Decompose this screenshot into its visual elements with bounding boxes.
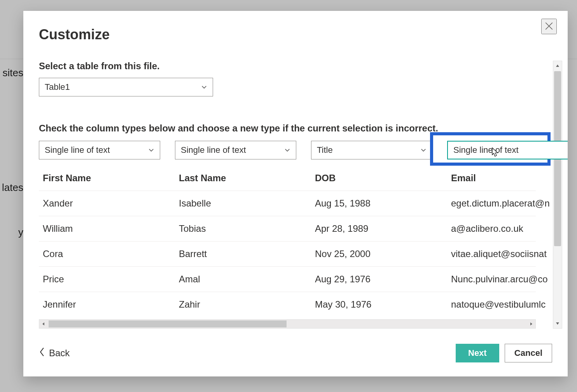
cell-dob: Nov 25, 2000: [311, 242, 432, 266]
column-type-value: Single line of text: [453, 145, 519, 155]
cell-last-name: Tobias: [175, 216, 296, 241]
table-row[interactable]: Jennifer Zahir May 30, 1976 natoque@vest…: [39, 292, 536, 317]
svg-marker-2: [556, 65, 559, 67]
column-type-select-0[interactable]: Single line of text: [39, 141, 160, 159]
modal-title: Customize: [39, 26, 568, 43]
table-row[interactable]: Xander Isabelle Aug 15, 1988 eget.dictum…: [39, 191, 536, 216]
modal-footer: Back Next Cancel: [39, 344, 552, 362]
scroll-left-button[interactable]: [39, 320, 48, 328]
chevron-down-icon: [420, 147, 427, 153]
cell-email: vitae.aliquet@sociisnat: [447, 242, 568, 266]
modal-scroll-viewport: Select a table from this file. Table1 Ch…: [39, 61, 568, 329]
columns-instruction: Check the column types below and choose …: [39, 123, 552, 134]
close-button[interactable]: [541, 19, 557, 34]
horizontal-scrollbar[interactable]: [39, 319, 536, 329]
cell-first-name: Price: [39, 267, 160, 292]
cell-first-name: William: [39, 216, 160, 241]
chevron-down-icon: [284, 147, 290, 153]
scroll-right-button[interactable]: [527, 320, 535, 328]
svg-marker-4: [42, 322, 44, 326]
column-type-value: Single line of text: [45, 145, 110, 155]
cell-email: Nunc.pulvinar.arcu@co: [447, 267, 568, 292]
cell-dob: Aug 15, 1988: [311, 191, 432, 216]
table-row[interactable]: Cora Barrett Nov 25, 2000 vitae.aliquet@…: [39, 241, 536, 266]
chevron-down-icon: [148, 147, 154, 153]
column-type-select-1[interactable]: Single line of text: [175, 141, 296, 159]
column-type-select-2[interactable]: Title: [311, 141, 432, 159]
close-icon: [545, 22, 553, 31]
cell-email: a@aclibero.co.uk: [447, 216, 568, 241]
chevron-down-icon: [201, 84, 207, 90]
column-type-select-3[interactable]: Single line of text: [447, 141, 568, 159]
back-label: Back: [49, 348, 70, 359]
cancel-button[interactable]: Cancel: [505, 344, 552, 362]
cell-first-name: Cora: [39, 242, 160, 266]
column-header: Email: [447, 166, 568, 191]
table-row[interactable]: Price Amal Aug 29, 1976 Nunc.pulvinar.ar…: [39, 266, 536, 292]
cell-dob: Apr 28, 1989: [311, 216, 432, 241]
table-header-row: First Name Last Name DOB Email: [39, 166, 536, 191]
column-header: Last Name: [175, 166, 296, 191]
cell-dob: May 30, 1976: [311, 292, 432, 317]
cell-last-name: Barrett: [175, 242, 296, 266]
svg-marker-3: [556, 322, 559, 325]
caret-left-icon: [42, 320, 45, 327]
back-button[interactable]: Back: [39, 347, 70, 359]
column-type-value: Title: [317, 145, 333, 155]
table-select-value: Table1: [45, 82, 70, 92]
column-header: DOB: [311, 166, 432, 191]
column-header: First Name: [39, 166, 160, 191]
table-wrap: Single line of text Single line of text …: [39, 141, 536, 329]
footer-actions: Next Cancel: [456, 344, 552, 362]
customize-modal: Customize Select a table from this file.…: [23, 11, 568, 376]
column-type-value: Single line of text: [181, 145, 246, 155]
cell-email: eget.dictum.placerat@n: [447, 191, 568, 216]
cell-email: natoque@vestibulumlc: [447, 292, 568, 317]
cell-last-name: Isabelle: [175, 191, 296, 216]
cell-last-name: Amal: [175, 267, 296, 292]
caret-down-icon: [556, 320, 560, 327]
caret-right-icon: [529, 320, 533, 327]
table-select-dropdown[interactable]: Table1: [39, 78, 213, 96]
cell-last-name: Zahir: [175, 292, 296, 317]
next-button[interactable]: Next: [456, 344, 499, 362]
caret-up-icon: [556, 62, 560, 69]
chevron-left-icon: [39, 347, 45, 359]
horizontal-scroll-thumb[interactable]: [49, 320, 287, 327]
cell-first-name: Xander: [39, 191, 160, 216]
scroll-up-button[interactable]: [553, 61, 562, 70]
table-row[interactable]: William Tobias Apr 28, 1989 a@aclibero.c…: [39, 216, 536, 241]
svg-marker-5: [530, 322, 532, 326]
column-type-row: Single line of text Single line of text …: [39, 141, 536, 159]
cell-first-name: Jennifer: [39, 292, 160, 317]
scroll-down-button[interactable]: [553, 319, 562, 328]
cell-dob: Aug 29, 1976: [311, 267, 432, 292]
table-select-label: Select a table from this file.: [39, 61, 552, 72]
